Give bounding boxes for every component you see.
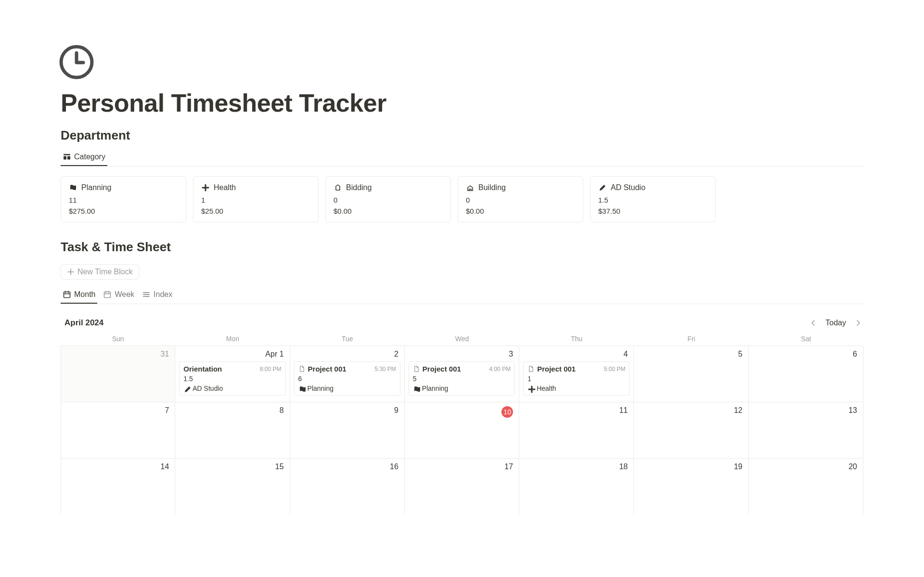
- today-button[interactable]: Today: [823, 318, 848, 328]
- calendar-day[interactable]: 19: [634, 459, 748, 514]
- calendar-event[interactable]: Orientation8:00 PM1.5AD Studio: [179, 361, 285, 396]
- day-number: 5: [638, 350, 744, 359]
- calendar-day[interactable]: 14: [61, 459, 175, 514]
- page-title: Personal Timesheet Tracker: [61, 89, 863, 117]
- department-tab-category[interactable]: Category: [61, 150, 107, 166]
- plus-icon: [67, 268, 75, 276]
- view-tab-index[interactable]: Index: [140, 287, 174, 304]
- day-number: 13: [753, 406, 859, 415]
- view-tab-month[interactable]: Month: [61, 287, 97, 304]
- department-heading: Department: [61, 128, 863, 143]
- planning-icon: [69, 183, 77, 192]
- card-amount: $0.00: [466, 207, 575, 215]
- day-number: 4: [523, 350, 629, 359]
- calendar-week: 14151617181920: [61, 458, 863, 514]
- calendar-day[interactable]: Apr 1Orientation8:00 PM1.5AD Studio: [175, 346, 290, 402]
- card-name: Planning: [81, 183, 111, 192]
- day-number: 16: [294, 462, 400, 471]
- health-icon: [201, 183, 210, 192]
- category-cards: Planning11$275.00Health1$25.00Bidding0$0…: [61, 176, 863, 222]
- calendar-event[interactable]: Project 0015:30 PM6Planning: [294, 361, 400, 396]
- view-tab-week[interactable]: Week: [101, 287, 136, 304]
- event-time: 4:00 PM: [489, 366, 511, 372]
- list-icon: [142, 290, 151, 299]
- tab-label: Month: [74, 290, 95, 299]
- calendar-day[interactable]: 4Project 0015:00 PM1Health: [519, 346, 634, 402]
- category-card-ad-studio[interactable]: AD Studio1.5$37.50: [590, 176, 716, 222]
- card-hours: 1.5: [598, 196, 707, 204]
- calendar-day[interactable]: 8: [175, 402, 290, 458]
- calendar-icon: [63, 290, 71, 299]
- dow-mon: Mon: [175, 333, 290, 346]
- day-number: 31: [65, 350, 171, 359]
- dow-sun: Sun: [61, 333, 175, 346]
- calendar-day[interactable]: 18: [519, 459, 634, 514]
- calendar-day[interactable]: 13: [749, 402, 863, 458]
- category-card-health[interactable]: Health1$25.00: [193, 176, 319, 222]
- pencil-icon: [183, 385, 190, 392]
- day-number: 14: [65, 462, 171, 471]
- event-tag: Planning: [413, 385, 511, 392]
- calendar-day[interactable]: 17: [405, 459, 519, 514]
- prev-month-button[interactable]: [808, 318, 819, 328]
- day-number: 17: [409, 462, 515, 471]
- calendar-day[interactable]: 11: [519, 402, 634, 458]
- day-number: 2: [294, 350, 400, 359]
- calendar-day[interactable]: 20: [749, 459, 863, 514]
- department-tabs: Category: [61, 150, 863, 167]
- calendar-nav: April 2024 Today: [61, 314, 863, 333]
- day-number: 11: [523, 406, 629, 415]
- event-tag: Planning: [298, 385, 396, 392]
- svg-rect-1: [64, 154, 70, 155]
- event-hours: 5: [413, 375, 511, 383]
- card-hours: 1: [201, 196, 310, 204]
- card-amount: $25.00: [201, 207, 310, 215]
- event-title: Orientation: [183, 365, 222, 373]
- calendar-icon: [103, 290, 112, 299]
- day-number-today: 10: [409, 406, 515, 418]
- category-card-planning[interactable]: Planning11$275.00: [61, 176, 186, 222]
- svg-rect-2: [64, 156, 66, 160]
- tab-label: Category: [74, 153, 105, 161]
- event-title: Project 001: [527, 365, 576, 373]
- planning-icon: [413, 385, 420, 392]
- view-tabs: MonthWeekIndex: [61, 287, 863, 304]
- event-hours: 6: [298, 375, 396, 383]
- calendar-month-label: April 2024: [64, 318, 103, 328]
- calendar-event[interactable]: Project 0014:00 PM5Planning: [409, 361, 515, 396]
- day-number: 6: [753, 350, 859, 359]
- category-card-bidding[interactable]: Bidding0$0.00: [325, 176, 451, 222]
- event-time: 5:00 PM: [604, 366, 626, 372]
- calendar-day[interactable]: 7: [61, 402, 175, 458]
- event-time: 5:30 PM: [374, 366, 396, 372]
- calendar-week: 78910111213: [61, 402, 863, 458]
- day-number: 7: [65, 406, 171, 415]
- calendar-day[interactable]: 12: [634, 402, 748, 458]
- card-hours: 11: [69, 196, 178, 204]
- calendar-day[interactable]: 31: [61, 346, 175, 402]
- card-name: AD Studio: [611, 183, 645, 192]
- day-number: 9: [294, 406, 400, 415]
- next-month-button[interactable]: [853, 318, 863, 328]
- doc-icon: [413, 365, 420, 372]
- card-hours: 0: [466, 196, 575, 204]
- day-number: 8: [179, 406, 285, 415]
- day-number: 18: [523, 462, 629, 471]
- calendar-day[interactable]: 16: [290, 459, 405, 514]
- day-number: 19: [638, 462, 744, 471]
- calendar-day[interactable]: 3Project 0014:00 PM5Planning: [405, 346, 519, 402]
- dow-sat: Sat: [749, 333, 863, 346]
- dow-thu: Thu: [519, 333, 634, 346]
- calendar-day[interactable]: 9: [290, 402, 405, 458]
- calendar-day[interactable]: 2Project 0015:30 PM6Planning: [290, 346, 405, 402]
- day-number: 20: [753, 462, 859, 471]
- calendar-day[interactable]: 15: [175, 459, 290, 514]
- calendar-event[interactable]: Project 0015:00 PM1Health: [523, 361, 629, 396]
- category-card-building[interactable]: Building0$0.00: [458, 176, 583, 222]
- card-name: Bidding: [346, 183, 372, 192]
- building-icon: [466, 183, 475, 192]
- new-time-block-button[interactable]: New Time Block: [61, 264, 139, 280]
- calendar-day[interactable]: 5: [634, 346, 748, 402]
- calendar-day[interactable]: 6: [749, 346, 863, 402]
- calendar-day[interactable]: 10: [405, 402, 519, 458]
